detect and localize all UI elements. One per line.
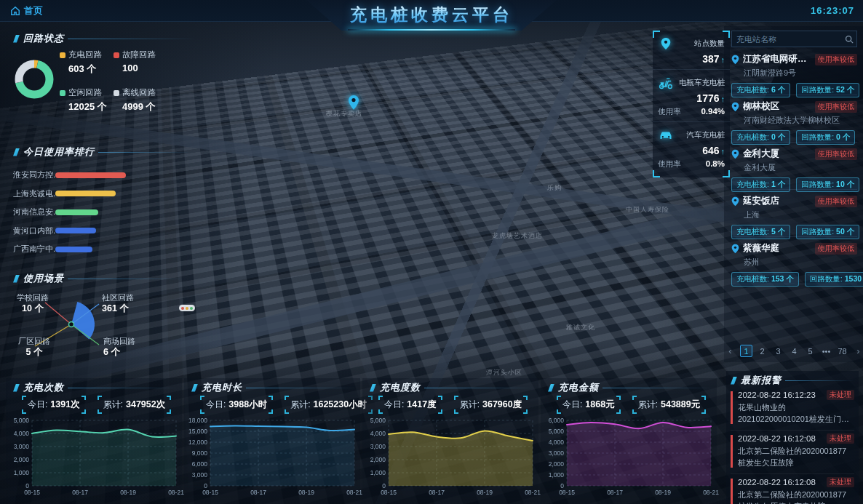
stat-ebike-piles: 电瓶车充电桩 1776↑ 使用率0.94% (653, 70, 730, 122)
station-list-item[interactable]: 延安饭店 使用率较低 上海 充电桩数:5 个 回路数量:50 个 (731, 190, 857, 237)
pile-count-tag: 充电桩数:5 个 (731, 225, 790, 239)
header-glow-line (348, 29, 515, 31)
ranking-row[interactable]: 黄河口内部... (13, 222, 191, 241)
page-button-4[interactable]: 4 (788, 345, 800, 357)
legend-value: 100 (122, 63, 164, 73)
page-button-78[interactable]: 78 (836, 345, 848, 357)
unhandled-badge: 未处理 (827, 477, 854, 487)
ranking-row[interactable]: 淮安同方控... (13, 166, 191, 185)
loop-status-legend: 充电回路 603 个 故障回路 100 空闲回路 12025 个 离线回路 49… (60, 49, 164, 113)
ranking-bar (55, 209, 98, 215)
alarm-list-item[interactable]: 2022-08-22 16:12:08 未处理 北京第二保险社的20200018… (731, 431, 854, 474)
legend-swatch (114, 90, 119, 96)
station-address: 上海 (744, 209, 857, 220)
svg-text:08-17: 08-17 (607, 489, 623, 496)
station-search-input[interactable] (732, 35, 842, 44)
ranking-row[interactable]: 河南信息安... (13, 203, 191, 222)
next-page-button[interactable]: › (852, 345, 863, 357)
svg-text:5,000: 5,000 (14, 417, 30, 424)
ranking-bar (55, 191, 116, 196)
svg-text:08-21: 08-21 (703, 489, 719, 496)
svg-text:1,000: 1,000 (14, 469, 30, 476)
stat-today: 今日:1391次 (22, 396, 86, 414)
trend-up-icon: ↑ (721, 147, 725, 156)
alarm-list-item[interactable]: 2022-08-22 16:12:23 未处理 花果山物业的2021022000… (731, 387, 854, 431)
title-slash-icon (13, 384, 20, 392)
pile-count-tag: 充电桩数:6 个 (731, 83, 790, 97)
page-button-5[interactable]: 5 (804, 345, 816, 357)
location-pin-icon (731, 244, 739, 254)
legend-swatch (114, 52, 119, 58)
map-poi-label: 乐购 (547, 183, 562, 193)
page-button-1[interactable]: 1 (740, 345, 752, 357)
ranking-bars: 淮安同方控... 上海兆诚电... 河南信息安... 黄河口内部... 广西南宁… (13, 166, 191, 259)
legend-value: 12025 个 (68, 100, 114, 113)
title-rule (246, 388, 356, 388)
prev-page-button[interactable]: ‹ (724, 345, 736, 357)
station-map-pin-icon[interactable] (348, 95, 359, 111)
usage-low-badge: 使用率较低 (815, 148, 857, 160)
ranking-row[interactable]: 广西南宁中... (13, 240, 191, 259)
station-list-item[interactable]: 紫薇华庭 使用率较低 苏州 充电桩数:153 个 回路数量:1530 个 (731, 237, 857, 284)
svg-text:12,000: 12,000 (188, 439, 207, 446)
svg-text:15,000: 15,000 (188, 428, 207, 435)
svg-text:08-15: 08-15 (202, 489, 218, 496)
stat-value: 646↑ (658, 145, 725, 156)
stat-total: 累计:367960度 (454, 396, 528, 414)
map-poi-label: 雅诚文化 (566, 323, 595, 332)
panel-title-charge-kwh: 充电度数 (362, 378, 538, 394)
svg-text:9,000: 9,000 (192, 449, 208, 457)
panel-charge-kwh: 充电度数 今日:1417度 累计:367960度 01,0002,0003,00… (362, 378, 538, 502)
station-list-item[interactable]: 江苏省电网研究院测试 使用率较低 江阴新澄路9号 充电桩数:6 个 回路数量:5… (731, 48, 857, 95)
unhandled-badge: 未处理 (827, 390, 854, 400)
stat-today: 今日:1417度 (378, 396, 442, 414)
panel-title-charge-amount: 充电金额 (541, 378, 717, 394)
stat-today: 今日:1868元 (557, 396, 621, 414)
ranking-row[interactable]: 上海兆诚电... (13, 185, 191, 204)
station-name: 金利大厦 (743, 148, 811, 160)
scene-item-community: 社区回路361 个 (102, 292, 134, 315)
stat-value: 387↑ (658, 53, 725, 65)
loop-status-donut-chart (13, 58, 55, 100)
usage-low-badge: 使用率较低 (815, 101, 857, 113)
svg-text:08-19: 08-19 (120, 489, 136, 496)
panel-title-loop-status: 回路状态 (13, 32, 196, 45)
svg-text:08-17: 08-17 (72, 489, 88, 496)
svg-text:08-21: 08-21 (525, 489, 541, 496)
home-label: 首页 (24, 4, 43, 17)
page-button-3[interactable]: 3 (772, 345, 784, 357)
page-title: 充电桩收费云平台 (350, 4, 513, 26)
alarm-message: 北京第二保险社的2020001877桩发生欠压停止充电故障 (738, 489, 854, 504)
page-button-2[interactable]: 2 (756, 345, 768, 357)
scene-item-mall: 商场回路6 个 (103, 336, 135, 359)
stat-today: 今日:3988小时 (200, 396, 273, 414)
alarm-list-item[interactable]: 2022-08-22 16:12:08 未处理 北京第二保险社的20200018… (731, 474, 854, 504)
title-rule (785, 380, 854, 381)
svg-text:18,000: 18,000 (188, 417, 207, 424)
scene-item-factory: 厂区回路5 个 (12, 336, 57, 359)
svg-text:08-15: 08-15 (381, 489, 397, 496)
location-pin-icon (731, 102, 739, 112)
map-poi-label: 龙虎塘艺术酒店 (492, 231, 543, 241)
title-rule (98, 152, 191, 153)
station-name: 紫薇华庭 (743, 242, 811, 255)
location-pin-icon (731, 55, 739, 65)
alarm-message: 北京第二保险社的2020001877桩发生欠压故障 (738, 446, 854, 469)
svg-text:3,000: 3,000 (370, 443, 386, 450)
alarm-time: 2022-08-22 16:12:08 (738, 478, 816, 487)
station-list-item[interactable]: 柳林校区 使用率较低 河南财经政法大学柳林校区 充电桩数:0 个 回路数量:0 … (731, 95, 857, 143)
home-nav-button[interactable]: 首页 (10, 4, 43, 17)
svg-text:2,000: 2,000 (549, 460, 565, 468)
panel-title-usage-scene: 使用场景 (13, 272, 184, 285)
svg-text:5,000: 5,000 (370, 417, 386, 424)
ranking-bar (55, 228, 96, 233)
search-icon[interactable] (842, 31, 856, 47)
station-list-item[interactable]: 金利大厦 使用率较低 金利大厦 充电桩数:1 个 回路数量:10 个 (731, 143, 857, 190)
station-name: 延安饭店 (743, 195, 811, 207)
svg-text:1,000: 1,000 (370, 469, 386, 476)
station-address: 苏州 (744, 257, 857, 268)
legend-item: 空闲回路 12025 个 (60, 87, 114, 113)
title-rule (602, 388, 712, 388)
title-slash-icon (731, 377, 737, 385)
location-pin-icon (658, 36, 674, 52)
